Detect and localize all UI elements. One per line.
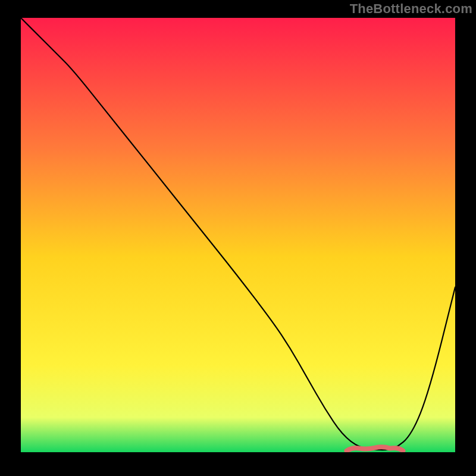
chart-container: TheBottleneck.com [0,0,476,476]
bottom-accent-segment [347,447,403,450]
gradient-background [21,18,455,452]
plot-area [21,18,455,452]
watermark-text: TheBottleneck.com [350,1,472,17]
chart-svg [21,18,455,452]
